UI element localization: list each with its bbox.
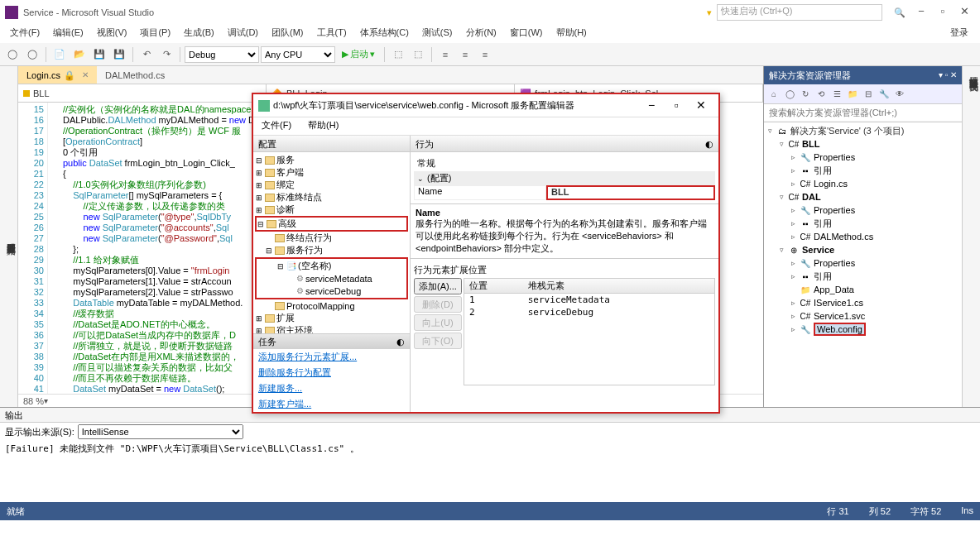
- se-props-icon[interactable]: 🔧: [877, 87, 891, 102]
- sidebar-right-tabs[interactable]: 属性 团队资源管理器 类视图: [962, 66, 980, 407]
- close-button[interactable]: ✕: [954, 4, 975, 21]
- solution-node[interactable]: ▿🗂解决方案'Service' (3 个项目): [766, 124, 960, 137]
- nav-back-icon[interactable]: ◯: [3, 45, 22, 64]
- se-sync-icon[interactable]: ⟲: [814, 87, 829, 102]
- platform-select[interactable]: Any CPU: [261, 46, 335, 63]
- config-tree-node[interactable]: ⊟高级: [257, 218, 406, 230]
- close-icon[interactable]: ✕: [82, 66, 89, 84]
- search-icon[interactable]: 🔍: [894, 7, 906, 18]
- tree-node[interactable]: ▹C#Login.cs: [766, 177, 960, 190]
- restore-button[interactable]: ▫: [932, 4, 954, 21]
- menu-test[interactable]: 测试(S): [416, 25, 459, 43]
- tree-node[interactable]: ▿C#BLL: [766, 137, 960, 151]
- extensions-list[interactable]: 位置堆栈元素 1serviceMetadata 2serviceDebug: [464, 278, 715, 385]
- config-tree-node[interactable]: ⊟服务: [255, 154, 408, 166]
- tree-node[interactable]: ▹▪▪引用: [766, 164, 960, 177]
- se-back-icon[interactable]: ◯: [782, 87, 797, 102]
- menu-help[interactable]: 帮助(H): [550, 25, 593, 43]
- config-tree-node[interactable]: ⚙serviceDebug: [257, 285, 406, 297]
- output-source-select[interactable]: IntelliSense: [78, 424, 243, 439]
- config-tree-node[interactable]: ⊞客户端: [255, 166, 408, 179]
- new-icon[interactable]: 📄: [50, 45, 69, 64]
- up-button[interactable]: 向上(U): [414, 314, 462, 331]
- menu-analyze[interactable]: 分析(N): [459, 25, 503, 43]
- menu-team[interactable]: 团队(M): [265, 25, 310, 43]
- dialog-menu-file[interactable]: 文件(F): [257, 117, 296, 135]
- tree-node[interactable]: ▹🔧Properties: [766, 151, 960, 164]
- tree-node[interactable]: ▹🔧Properties: [766, 203, 960, 217]
- tb-icon-2[interactable]: ⬚: [409, 45, 427, 64]
- remove-button[interactable]: 删除(D): [414, 296, 462, 313]
- menu-architecture[interactable]: 体系结构(C): [353, 25, 416, 43]
- open-icon[interactable]: 📂: [70, 45, 89, 64]
- task-add-ext[interactable]: 添加服务行为元素扩展...: [253, 349, 410, 365]
- tree-node[interactable]: 📁App_Data: [766, 283, 960, 296]
- tree-node[interactable]: ▹C#DALMethod.cs: [766, 230, 960, 243]
- config-tree-node[interactable]: ProtocolMapping: [255, 299, 408, 312]
- config-tree-node[interactable]: ⊟📑(空名称): [257, 260, 406, 272]
- menu-edit[interactable]: 编辑(E): [46, 25, 90, 43]
- tb-icon-4[interactable]: ≡: [456, 45, 474, 64]
- se-preview-icon[interactable]: 👁: [892, 87, 907, 102]
- task-new-service[interactable]: 新建服务...: [253, 380, 410, 396]
- tb-icon-3[interactable]: ≡: [436, 45, 454, 64]
- nav-fwd-icon[interactable]: ◯: [23, 45, 41, 64]
- config-select[interactable]: Debug: [185, 46, 259, 63]
- output-body[interactable]: [Failure] 未能找到文件 "D:\WPF\火车订票项目\Service\…: [0, 441, 980, 502]
- config-tree-node[interactable]: ⊞宿主环境: [255, 324, 408, 333]
- menu-window[interactable]: 窗口(W): [503, 25, 550, 43]
- config-tree-node[interactable]: ⊞诊断: [255, 203, 408, 216]
- tree-node[interactable]: ▹C#Service1.svc: [766, 309, 960, 323]
- config-tree-node[interactable]: ⊞标准终结点: [255, 191, 408, 203]
- sidebar-server-explorer[interactable]: 服务器资源管理器 工具箱: [0, 66, 18, 407]
- tree-node[interactable]: ▿⊕Service: [766, 243, 960, 256]
- solution-search-input[interactable]: [764, 104, 962, 121]
- undo-icon[interactable]: ↶: [137, 45, 156, 64]
- se-collapse-icon[interactable]: ⊟: [861, 87, 876, 102]
- se-showall-icon[interactable]: 📁: [845, 87, 860, 102]
- start-button[interactable]: ▶ 启动 ▾: [337, 48, 380, 60]
- config-tree-node[interactable]: ⊞绑定: [255, 179, 408, 191]
- tree-node[interactable]: ▹🔧Properties: [766, 256, 960, 270]
- tb-icon-5[interactable]: ≡: [476, 45, 494, 64]
- task-delete-behavior[interactable]: 删除服务行为配置: [253, 365, 410, 380]
- task-new-client[interactable]: 新建客户端...: [253, 396, 410, 412]
- se-refresh-icon[interactable]: ↻: [798, 87, 813, 102]
- save-icon[interactable]: 💾: [90, 45, 108, 64]
- quick-launch-input[interactable]: 快速启动 (Ctrl+Q): [717, 4, 882, 21]
- down-button[interactable]: 向下(O): [414, 333, 462, 349]
- save-all-icon[interactable]: 💾: [110, 45, 128, 64]
- tree-node[interactable]: ▹C#IService1.cs: [766, 296, 960, 309]
- add-button[interactable]: 添加(A)...: [414, 278, 462, 294]
- menu-build[interactable]: 生成(B): [177, 25, 221, 43]
- props-group-config[interactable]: ⌄(配置): [414, 171, 715, 185]
- menu-view[interactable]: 视图(V): [90, 25, 134, 43]
- config-tree-node[interactable]: 终结点行为: [255, 232, 408, 244]
- tree-node[interactable]: ▹🔧Web.config: [766, 323, 960, 336]
- dialog-close-button[interactable]: ✕: [689, 98, 713, 114]
- se-home-icon[interactable]: ⌂: [766, 87, 781, 102]
- tree-node[interactable]: ▹▪▪引用: [766, 270, 960, 283]
- tree-node[interactable]: ▹▪▪引用: [766, 217, 960, 230]
- menu-debug[interactable]: 调试(D): [221, 25, 265, 43]
- dialog-menu-help[interactable]: 帮助(H): [303, 117, 343, 135]
- notification-icon[interactable]: ▾: [707, 7, 712, 18]
- config-tree-node[interactable]: ⊞扩展: [255, 312, 408, 324]
- config-tree-node[interactable]: ⊟服务行为: [255, 244, 408, 256]
- dialog-min-button[interactable]: −: [639, 98, 664, 114]
- tab-login-cs[interactable]: Login.cs 🔒✕: [18, 66, 97, 84]
- menu-project[interactable]: 项目(P): [133, 25, 177, 43]
- nav-project[interactable]: BLL: [18, 84, 267, 102]
- tab-dalmethod-cs[interactable]: DALMethod.cs: [97, 66, 173, 84]
- tree-node[interactable]: ▿C#DAL: [766, 190, 960, 203]
- se-filter-icon[interactable]: ☰: [829, 87, 844, 102]
- sign-in-link[interactable]: 登录: [942, 25, 977, 43]
- tb-icon-1[interactable]: ⬚: [389, 45, 407, 64]
- menu-tools[interactable]: 工具(T): [310, 25, 353, 43]
- minimize-button[interactable]: −: [910, 4, 932, 21]
- config-tree-node[interactable]: ⚙serviceMetadata: [257, 272, 406, 285]
- prop-name-value[interactable]: BLL: [546, 185, 715, 200]
- menu-file[interactable]: 文件(F): [3, 25, 46, 43]
- dialog-max-button[interactable]: ▫: [664, 98, 689, 114]
- redo-icon[interactable]: ↷: [157, 45, 175, 64]
